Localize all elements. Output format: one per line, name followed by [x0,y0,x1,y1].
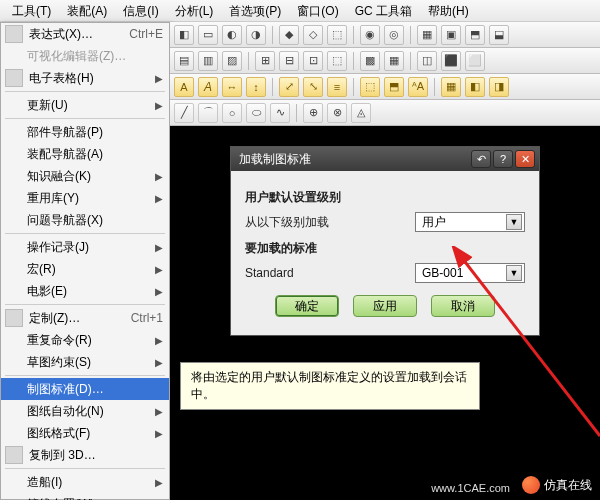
menu-item[interactable]: 更新(U)▶ [1,94,169,116]
menu-item[interactable]: 表达式(X)…Ctrl+E [1,23,169,45]
tool-icon[interactable]: ⬚ [327,25,347,45]
tool-icon[interactable]: ◉ [360,25,380,45]
dialog-titlebar[interactable]: 加载制图标准 ↶ ? ✕ [231,147,539,171]
tool-icon[interactable]: ▤ [174,51,194,71]
chevron-right-icon: ▶ [155,428,163,439]
menu-item[interactable]: 图纸格式(F)▶ [1,422,169,444]
tool-icon[interactable]: ↔ [222,77,242,97]
brand-orb-icon [522,476,540,494]
menu-item[interactable]: 定制(Z)…Ctrl+1 [1,307,169,329]
ok-button[interactable]: 确定 [275,295,339,317]
tool-icon[interactable]: ⊡ [303,51,323,71]
tool-icon[interactable]: ⬓ [489,25,509,45]
tool-icon[interactable]: ⊞ [255,51,275,71]
menu-item[interactable]: 管线布置(W)▶ [1,493,169,500]
workspace: ◧ ▭ ◐ ◑ ◆ ◇ ⬚ ◉ ◎ ▦ ▣ ⬒ ⬓ ▤ ▥ ▨ ⊞ ⊟ ⊡ ⬚ [170,22,600,500]
drawing-canvas[interactable]: 1CAE 加载制图标准 ↶ ? ✕ 用户默认设置级别 从以下级别加载 用户 ▼ [170,126,600,500]
tool-icon[interactable]: ⬜ [465,51,485,71]
tool-icon[interactable]: ⬚ [327,51,347,71]
apply-button[interactable]: 应用 [353,295,417,317]
tool-icon[interactable]: ⬚ [360,77,380,97]
toolbar-4: ╱ ⌒ ○ ⬭ ∿ ⊕ ⊗ ◬ [170,100,600,126]
menu-analysis[interactable]: 分析(L) [167,0,222,21]
tool-icon[interactable]: ▦ [417,25,437,45]
tool-icon[interactable]: ᴬA [408,77,428,97]
dialog-title: 加载制图标准 [239,151,469,168]
menu-preferences[interactable]: 首选项(P) [221,0,289,21]
menu-gc-toolbox[interactable]: GC 工具箱 [347,0,420,21]
tool-icon[interactable]: ⬒ [465,25,485,45]
chevron-right-icon: ▶ [155,357,163,368]
tool-icon[interactable]: ⊗ [327,103,347,123]
menu-item[interactable]: 问题导航器(X) [1,209,169,231]
menu-item[interactable]: 部件导航器(P) [1,121,169,143]
menu-assembly[interactable]: 装配(A) [59,0,115,21]
menu-item[interactable]: 电影(E)▶ [1,280,169,302]
tool-icon[interactable]: ∿ [270,103,290,123]
load-from-level-label: 从以下级别加载 [245,214,415,231]
dialog-help-icon[interactable]: ? [493,150,513,168]
tool-icon[interactable]: ⊟ [279,51,299,71]
tool-icon[interactable]: ◬ [351,103,371,123]
tool-icon[interactable]: ⤡ [303,77,323,97]
tool-icon[interactable]: ◎ [384,25,404,45]
tool-icon[interactable]: ⬛ [441,51,461,71]
menu-item[interactable]: 装配导航器(A) [1,143,169,165]
chevron-right-icon: ▶ [155,264,163,275]
tool-icon[interactable]: ▩ [360,51,380,71]
menu-bar: 工具(T) 装配(A) 信息(I) 分析(L) 首选项(P) 窗口(O) GC … [0,0,600,22]
menu-item[interactable]: 操作记录(J)▶ [1,236,169,258]
tool-icon[interactable]: ⊕ [303,103,323,123]
tool-icon[interactable]: ⤢ [279,77,299,97]
tool-icon[interactable]: ⬭ [246,103,266,123]
dialog-close-icon[interactable]: ✕ [515,150,535,168]
menu-tools[interactable]: 工具(T) [4,0,59,21]
cancel-button[interactable]: 取消 [431,295,495,317]
menu-item[interactable]: 草图约束(S)▶ [1,351,169,373]
tool-icon[interactable]: ▦ [441,77,461,97]
tool-icon[interactable]: ↕ [246,77,266,97]
tool-icon[interactable]: ◫ [417,51,437,71]
menu-item: 可视化编辑器(Z)… [1,45,169,67]
tool-icon[interactable]: ⬒ [384,77,404,97]
chevron-down-icon[interactable]: ▼ [506,214,522,230]
tool-icon[interactable]: A [174,77,194,97]
menu-item[interactable]: 制图标准(D)… [1,378,169,400]
menu-item[interactable]: 复制到 3D… [1,444,169,466]
tool-icon[interactable]: ▦ [384,51,404,71]
tool-icon[interactable]: ○ [222,103,242,123]
load-from-level-combo[interactable]: 用户 ▼ [415,212,525,232]
tool-icon[interactable]: ◇ [303,25,323,45]
menu-item[interactable]: 电子表格(H)▶ [1,67,169,89]
menu-item[interactable]: 造船(I)▶ [1,471,169,493]
chevron-right-icon: ▶ [155,193,163,204]
menu-help[interactable]: 帮助(H) [420,0,477,21]
tool-icon[interactable]: ▨ [222,51,242,71]
tool-icon[interactable]: ▥ [198,51,218,71]
tool-icon[interactable]: ◨ [489,77,509,97]
menu-window[interactable]: 窗口(O) [289,0,346,21]
tool-icon[interactable]: ◧ [465,77,485,97]
tool-icon[interactable]: ◑ [246,25,266,45]
toolbar-2: ▤ ▥ ▨ ⊞ ⊟ ⊡ ⬚ ▩ ▦ ◫ ⬛ ⬜ [170,48,600,74]
tool-icon[interactable]: ◧ [174,25,194,45]
chevron-down-icon[interactable]: ▼ [506,265,522,281]
tool-icon[interactable]: ≡ [327,77,347,97]
menu-item[interactable]: 重复命令(R)▶ [1,329,169,351]
menu-item[interactable]: 知识融合(K)▶ [1,165,169,187]
dialog-section-user-level: 用户默认设置级别 [245,189,525,206]
tool-icon[interactable]: ◐ [222,25,242,45]
tool-icon[interactable]: ◆ [279,25,299,45]
menu-item[interactable]: 重用库(Y)▶ [1,187,169,209]
tool-icon[interactable]: A [198,77,218,97]
menu-item[interactable]: 图纸自动化(N)▶ [1,400,169,422]
menu-info[interactable]: 信息(I) [115,0,166,21]
dialog-undo-icon[interactable]: ↶ [471,150,491,168]
menu-item[interactable]: 宏(R)▶ [1,258,169,280]
standard-combo[interactable]: GB-001 ▼ [415,263,525,283]
tool-icon[interactable]: ╱ [174,103,194,123]
tool-icon[interactable]: ⌒ [198,103,218,123]
chevron-right-icon: ▶ [155,171,163,182]
tool-icon[interactable]: ▭ [198,25,218,45]
tool-icon[interactable]: ▣ [441,25,461,45]
